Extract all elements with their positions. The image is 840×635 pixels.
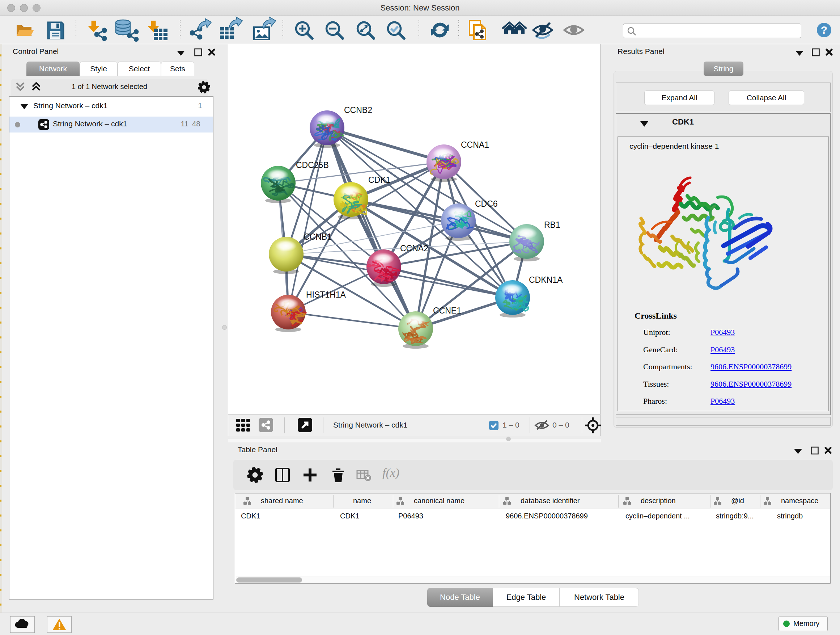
svg-text:RB1: RB1	[544, 220, 561, 230]
svg-text:CCNB1: CCNB1	[303, 232, 332, 241]
svg-text:CDC25B: CDC25B	[296, 160, 329, 170]
svg-text:CDK1: CDK1	[368, 175, 390, 185]
svg-text:CCNE1: CCNE1	[433, 306, 461, 315]
svg-text:CDC6: CDC6	[475, 199, 498, 209]
svg-text:CCNA2: CCNA2	[400, 244, 428, 253]
svg-text:CCNB2: CCNB2	[344, 105, 372, 115]
svg-text:?: ?	[821, 24, 827, 36]
svg-text:HIST1H1A: HIST1H1A	[306, 290, 346, 299]
svg-text:f(x): f(x)	[382, 466, 399, 480]
svg-text:CCNA1: CCNA1	[461, 140, 489, 149]
svg-text:CDKN1A: CDKN1A	[529, 275, 563, 285]
